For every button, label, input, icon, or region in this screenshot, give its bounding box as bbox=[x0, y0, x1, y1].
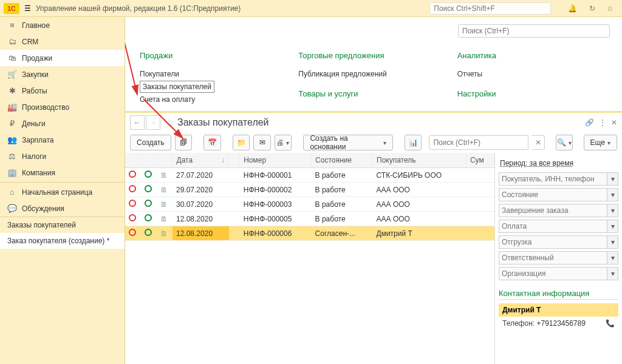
col-0[interactable] bbox=[125, 153, 141, 168]
history-icon[interactable]: ↻ bbox=[589, 4, 595, 13]
col-8[interactable]: Сум bbox=[466, 153, 494, 168]
table-row[interactable]: 🗎29.07.2020НФНФ-000002В работеААА ООО bbox=[125, 183, 494, 197]
status-red-icon bbox=[129, 229, 136, 236]
filter-drop-5[interactable]: ▾ bbox=[607, 251, 618, 265]
sidebar-item-1[interactable]: 🗂CRM bbox=[0, 33, 125, 50]
sidebar-icon: 🏢 bbox=[6, 168, 18, 177]
filter-drop-6[interactable]: ▾ bbox=[607, 267, 618, 280]
create-button[interactable]: Создать bbox=[130, 135, 171, 150]
section-heading-offers[interactable]: Торговые предложения bbox=[298, 51, 451, 60]
sidebar: ≡Главное🗂CRM🛍Продажи🛒Закупки✱Работы🏭Прои… bbox=[0, 17, 125, 364]
table-row[interactable]: 🗎12.08.2020НФНФ-000005В работеААА ООО bbox=[125, 212, 494, 226]
filter-panel: Период: за все время ▾▾▾▾▾▾▾ Контактная … bbox=[494, 153, 622, 364]
link-reports[interactable]: Отчеты bbox=[457, 67, 610, 81]
doc-icon: 🗎 bbox=[160, 229, 168, 238]
search-options-button[interactable]: 🔍 bbox=[556, 135, 573, 150]
open-doc-1[interactable]: Заказ покупателя (создание) * bbox=[0, 233, 125, 249]
sidebar-item-2[interactable]: 🛍Продажи bbox=[0, 50, 125, 66]
favorite-icon[interactable]: ☆ bbox=[165, 117, 174, 129]
filter-drop-1[interactable]: ▾ bbox=[607, 188, 618, 201]
calendar-button[interactable]: 📅 bbox=[203, 135, 220, 150]
sidebar-item-0[interactable]: ≡Главное bbox=[0, 17, 125, 33]
sidebar-icon: 🏭 bbox=[6, 103, 18, 112]
content-search-input[interactable] bbox=[458, 24, 610, 38]
more-icon[interactable]: ⋮ bbox=[599, 118, 606, 127]
col-7[interactable]: Покупатель bbox=[373, 153, 466, 168]
col-3[interactable]: Дата ↓ bbox=[173, 153, 229, 168]
filter-input-0[interactable] bbox=[499, 172, 607, 186]
clear-search-button[interactable]: ✕ bbox=[532, 135, 545, 150]
table-row[interactable]: 🗎12.08.2020НФНФ-000006Согласен-...Дмитри… bbox=[125, 226, 494, 241]
section-heading-sales[interactable]: Продажи bbox=[140, 51, 292, 60]
col-4[interactable] bbox=[229, 153, 240, 168]
open-doc-0[interactable]: Заказы покупателей bbox=[0, 217, 125, 233]
nav-forward-button[interactable]: → bbox=[146, 115, 160, 130]
sidebar-item-7[interactable]: 👥Зарплата bbox=[0, 132, 125, 148]
filter-drop-2[interactable]: ▾ bbox=[607, 204, 618, 217]
section-heading-analytics[interactable]: Аналитика bbox=[457, 51, 610, 60]
filter-input-2[interactable] bbox=[499, 204, 607, 217]
star-icon[interactable]: ☆ bbox=[607, 4, 613, 13]
filter-input-1[interactable] bbox=[499, 188, 607, 201]
link-publish-offers[interactable]: Публикация предложений bbox=[298, 67, 451, 81]
orders-table[interactable]: Дата ↓НомерСостояниеПокупательСум 🗎27.07… bbox=[125, 153, 494, 241]
sidebar-sub-0[interactable]: ⌂Начальная страница bbox=[0, 184, 125, 200]
sidebar-label: Компания bbox=[22, 169, 55, 177]
menu-icon[interactable]: ☰ bbox=[24, 4, 31, 13]
status-green-icon bbox=[145, 170, 152, 178]
pane-title: Заказы покупателей bbox=[177, 117, 269, 128]
status-green-icon bbox=[145, 229, 152, 236]
sidebar-label: Зарплата bbox=[22, 136, 54, 144]
col-5[interactable]: Номер bbox=[240, 153, 312, 168]
filter-drop-3[interactable]: ▾ bbox=[607, 220, 618, 233]
link-icon[interactable]: 🔗 bbox=[585, 118, 594, 127]
global-search-input[interactable] bbox=[429, 2, 551, 15]
table-row[interactable]: 🗎27.07.2020НФНФ-000001В работеСТК-СИБИРЬ… bbox=[125, 168, 494, 183]
print-button[interactable]: 🖨 bbox=[275, 135, 292, 150]
filter-input-5[interactable] bbox=[499, 251, 607, 265]
sidebar-item-9[interactable]: 🏢Компания bbox=[0, 164, 125, 181]
sidebar-item-5[interactable]: 🏭Производство bbox=[0, 99, 125, 115]
sidebar-item-6[interactable]: ₽Деньги bbox=[0, 115, 125, 132]
grid-search-input[interactable] bbox=[429, 135, 528, 150]
sidebar-icon: ₽ bbox=[6, 119, 18, 128]
period-link[interactable]: Период: за все время bbox=[500, 159, 617, 167]
filter-drop-0[interactable]: ▾ bbox=[607, 172, 618, 186]
create-based-on-button[interactable]: Создать на основании bbox=[303, 135, 392, 150]
sidebar-item-8[interactable]: ⚖Налоги bbox=[0, 148, 125, 164]
report-button[interactable]: 📊 bbox=[405, 135, 422, 150]
contact-info-heading: Контактная информация bbox=[499, 289, 618, 300]
filter-input-3[interactable] bbox=[499, 220, 607, 233]
doc-icon: 🗎 bbox=[160, 200, 168, 209]
sidebar-item-3[interactable]: 🛒Закупки bbox=[0, 66, 125, 83]
status-red-icon bbox=[129, 214, 136, 221]
sidebar-item-4[interactable]: ✱Работы bbox=[0, 83, 125, 99]
sidebar-icon: 🛒 bbox=[6, 70, 18, 79]
table-row[interactable]: 🗎30.07.2020НФНФ-000003В работеААА ООО bbox=[125, 197, 494, 212]
doc-icon: 🗎 bbox=[160, 171, 168, 180]
link-invoices[interactable]: Счета на оплату bbox=[140, 93, 292, 106]
col-2[interactable] bbox=[157, 153, 173, 168]
close-icon[interactable]: ✕ bbox=[611, 118, 617, 127]
copy-button[interactable]: 🗐 bbox=[175, 135, 192, 150]
bell-icon[interactable]: 🔔 bbox=[568, 4, 577, 13]
folder-button[interactable]: 📁 bbox=[233, 135, 250, 150]
doc-icon: 🗎 bbox=[160, 215, 168, 223]
filter-input-6[interactable] bbox=[499, 267, 607, 280]
link-customer-orders[interactable]: Заказы покупателей bbox=[140, 81, 214, 93]
sidebar-icon: ⚖ bbox=[6, 152, 18, 161]
section-heading-settings[interactable]: Настройки bbox=[457, 89, 610, 98]
section-heading-goods[interactable]: Товары и услуги bbox=[298, 89, 451, 98]
phone-icon[interactable]: 📞 bbox=[606, 319, 615, 328]
link-buyers[interactable]: Покупатели bbox=[140, 67, 292, 81]
col-1[interactable] bbox=[141, 153, 157, 168]
filter-input-4[interactable] bbox=[499, 235, 607, 249]
more-button[interactable]: Еще bbox=[584, 135, 617, 150]
app-title: Управление нашей фирмой, редакция 1.6 (1… bbox=[36, 4, 241, 13]
nav-back-button[interactable]: ← bbox=[130, 115, 145, 130]
section-links: Продажи Покупатели Заказы покупателей Сч… bbox=[125, 40, 622, 110]
filter-drop-4[interactable]: ▾ bbox=[607, 235, 618, 249]
col-6[interactable]: Состояние bbox=[312, 153, 373, 168]
mail-button[interactable]: ✉ bbox=[253, 135, 270, 150]
sidebar-sub-1[interactable]: 💬Обсуждения bbox=[0, 200, 125, 217]
